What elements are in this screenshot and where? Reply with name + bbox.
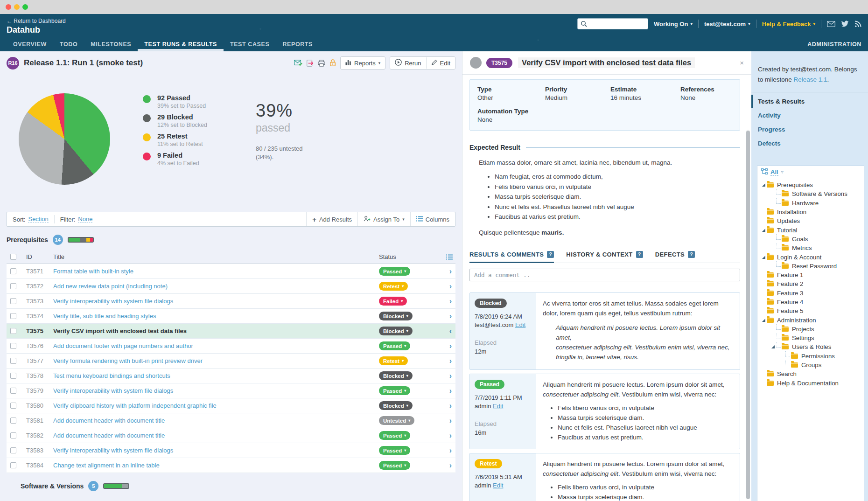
row-chevron-icon[interactable]: › — [439, 431, 455, 440]
test-title-link[interactable]: Add document header with document title — [53, 432, 379, 439]
row-chevron-icon[interactable]: › — [439, 417, 455, 425]
test-title-link[interactable]: Verify clipboard history with platform i… — [53, 402, 379, 409]
test-row[interactable]: T3572Add new review data point (includin… — [7, 279, 455, 294]
sidebar-item-tests-results[interactable]: Tests & Results — [751, 94, 868, 108]
tree-expand-icon[interactable] — [760, 319, 767, 322]
row-chevron-icon[interactable]: › — [439, 461, 455, 470]
tree-expand-icon[interactable] — [770, 345, 776, 348]
test-title-link[interactable]: Change text alignment in an inline table — [53, 462, 379, 469]
twitter-icon[interactable] — [841, 21, 849, 27]
row-checkbox[interactable] — [10, 462, 16, 468]
status-pill[interactable]: Blocked▾ — [379, 401, 413, 410]
tree-item[interactable]: Goals — [760, 235, 864, 244]
print-icon[interactable] — [318, 60, 325, 67]
row-chevron-icon[interactable]: › — [439, 267, 455, 276]
edit-button[interactable]: Edit — [426, 57, 455, 69]
row-chevron-icon[interactable]: › — [439, 282, 455, 291]
tree-item[interactable]: Software & Versions — [760, 189, 864, 198]
export-icon[interactable] — [307, 60, 314, 67]
tab-test-runs-results[interactable]: TEST RUNS & RESULTS — [138, 37, 224, 51]
tree-item[interactable]: Login & Account — [760, 252, 864, 261]
help-icon[interactable]: ? — [636, 251, 643, 258]
tree-item[interactable]: Projects — [760, 325, 864, 334]
row-chevron-icon[interactable]: › — [439, 372, 455, 380]
global-search[interactable] — [577, 18, 648, 29]
tree-item[interactable]: Permissions — [760, 352, 864, 361]
test-row[interactable]: T3577Verify formula rendering with built… — [7, 354, 455, 369]
rss-icon[interactable] — [854, 21, 861, 28]
row-chevron-icon[interactable]: › — [439, 387, 455, 395]
tree-item[interactable]: Groups — [760, 361, 864, 369]
tab-history-context[interactable]: HISTORY & CONTEXT? — [566, 250, 643, 263]
test-row[interactable]: T3573Verify interoperability with system… — [7, 294, 455, 309]
edit-link[interactable]: Edit — [493, 482, 503, 489]
status-pill[interactable]: Untested▾ — [379, 416, 414, 425]
row-checkbox[interactable] — [10, 447, 16, 453]
rerun-button[interactable]: Rerun — [390, 57, 426, 69]
close-window-button[interactable] — [6, 4, 11, 10]
status-pill[interactable]: Passed▾ — [379, 446, 410, 455]
tree-item[interactable]: Search — [760, 369, 864, 378]
email-report-icon[interactable] — [294, 60, 302, 66]
row-chevron-icon[interactable]: › — [439, 342, 455, 350]
test-title-link[interactable]: Verify interoperability with system file… — [53, 298, 379, 305]
tree-item[interactable]: Feature 4 — [760, 298, 864, 306]
add-comment-input[interactable] — [469, 269, 740, 281]
test-row[interactable]: T3583Verify interoperability with system… — [7, 443, 455, 458]
close-icon[interactable]: × — [736, 59, 744, 67]
test-title-link[interactable]: Verify interoperability with system file… — [53, 447, 379, 454]
zoom-window-button[interactable] — [22, 4, 28, 10]
test-row[interactable]: T3581Add document header with document t… — [7, 413, 455, 428]
test-row[interactable]: T3579Verify interoperability with system… — [7, 383, 455, 398]
test-row[interactable]: T3571Format table with built-in stylePas… — [7, 264, 455, 279]
status-pill[interactable]: Retest▾ — [379, 356, 408, 365]
tree-item[interactable]: Updates — [760, 216, 864, 225]
test-row[interactable]: T3584Change text alignment in an inline … — [7, 458, 455, 473]
test-row[interactable]: T3582Add document header with document t… — [7, 428, 455, 443]
test-title-link[interactable]: Verify title, sub title and heading styl… — [53, 313, 379, 320]
status-pill[interactable]: Passed▾ — [379, 341, 410, 350]
row-checkbox[interactable] — [10, 313, 16, 319]
select-all-checkbox[interactable] — [10, 254, 16, 260]
columns-icon[interactable] — [439, 254, 455, 260]
tab-defects[interactable]: DEFECTS? — [655, 250, 695, 263]
sidebar-item-progress[interactable]: Progress — [751, 122, 868, 136]
row-chevron-icon[interactable]: › — [439, 357, 455, 365]
test-title-link[interactable]: Add new review data point (including not… — [53, 283, 379, 290]
tree-item[interactable]: Administration — [760, 315, 864, 324]
test-row[interactable]: T3575Verify CSV import with enclosed tes… — [7, 324, 455, 339]
tree-filter-all[interactable]: All — [770, 168, 778, 176]
columns-button[interactable]: Columns — [410, 212, 455, 226]
row-checkbox[interactable] — [10, 298, 16, 304]
row-checkbox[interactable] — [10, 343, 16, 349]
test-title-link[interactable]: Add document header with document title — [53, 417, 379, 424]
row-checkbox[interactable] — [10, 283, 16, 289]
test-title-link[interactable]: Verify interoperability with system file… — [53, 387, 379, 394]
tree-expand-icon[interactable] — [760, 183, 767, 187]
status-pill[interactable]: Failed▾ — [379, 297, 407, 306]
return-to-dashboard-link[interactable]: ← Return to Dashboard — [7, 18, 66, 24]
row-chevron-icon[interactable]: › — [439, 312, 455, 320]
tree-item[interactable]: Help & Documentation — [760, 379, 864, 388]
row-checkbox[interactable] — [10, 358, 16, 364]
test-title-link[interactable]: Format table with built-in style — [53, 268, 379, 275]
test-title-link[interactable]: Add document footer with page numbers an… — [53, 342, 379, 349]
tab-todo[interactable]: TODO — [53, 37, 84, 51]
test-row[interactable]: T3574Verify title, sub title and heading… — [7, 309, 455, 324]
row-checkbox[interactable] — [10, 418, 16, 424]
status-pill[interactable]: Blocked▾ — [379, 312, 413, 320]
test-title-link[interactable]: Test menu keyboard bindings and shortcut… — [53, 372, 379, 379]
tree-item[interactable]: Feature 2 — [760, 279, 864, 288]
lock-icon[interactable] — [329, 59, 336, 67]
tab-test-cases[interactable]: TEST CASES — [224, 37, 276, 51]
row-chevron-icon[interactable]: ‹ — [439, 327, 455, 335]
scrollbar-thumb[interactable] — [746, 131, 750, 499]
status-pill[interactable]: Retest▾ — [379, 282, 408, 291]
test-row[interactable]: T3578Test menu keyboard bindings and sho… — [7, 369, 455, 383]
status-pill[interactable]: Blocked▾ — [379, 371, 413, 380]
user-menu[interactable]: test@test.com▾ — [704, 21, 750, 28]
row-checkbox[interactable] — [10, 268, 16, 274]
tree-item[interactable]: Tutorial — [760, 225, 864, 234]
tree-expand-icon[interactable] — [760, 256, 767, 259]
row-chevron-icon[interactable]: › — [439, 402, 455, 410]
